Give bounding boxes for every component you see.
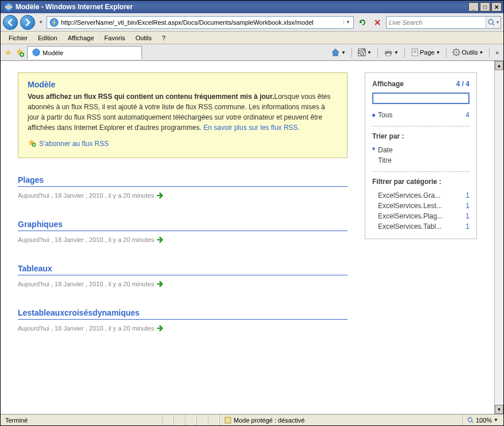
print-button[interactable]: ▼ (381, 47, 401, 57)
status-text: Terminé (1, 415, 162, 425)
menu-fichier[interactable]: Fichier (4, 33, 32, 43)
svg-point-2 (488, 20, 493, 24)
stop-button[interactable] (371, 16, 384, 29)
favorites-icon[interactable]: ★ (3, 47, 13, 57)
app-icon (4, 2, 13, 11)
address-input[interactable] (60, 17, 343, 28)
go-arrow-icon[interactable] (156, 236, 165, 244)
window-controls: _ □ ✕ (468, 2, 502, 11)
viewport: Modèle Vous affichez un flux RSS qui con… (1, 61, 494, 414)
menu-help[interactable]: ? (158, 33, 170, 43)
feed-description: Vous affichez un flux RSS qui contient u… (28, 91, 338, 133)
nav-toolbar: ▼ ▼ ▼ (1, 13, 503, 32)
command-bar: ▼ ▼ ▼ Page ▼ Outils ▼ (329, 47, 501, 58)
search-button[interactable]: ▼ (486, 17, 501, 28)
entry-meta: Aujourd'hui , 18 Janvier , 2010 , il y a… (18, 236, 348, 244)
subscribe-link[interactable]: S'abonner au flux RSS (28, 139, 338, 148)
learn-more-link[interactable]: En savoir plus sur les flux RSS. (204, 124, 300, 132)
nav-history-dropdown[interactable]: ▼ (37, 16, 44, 29)
sb-category-item[interactable]: ExcelServices.Tabl...1 (372, 221, 469, 232)
entry-meta: Aujourd'hui , 18 Janvier , 2010 , il y a… (18, 191, 348, 199)
menu-edition[interactable]: Edition (33, 33, 62, 43)
feed-entry: LestableauxcroisésdynamiquesAujourd'hui … (18, 308, 348, 332)
feeds-button[interactable]: ▼ (356, 47, 374, 57)
tab-favicon (32, 48, 40, 57)
scroll-down-button[interactable]: ▼ (495, 405, 503, 414)
entry-meta: Aujourd'hui , 18 Janvier , 2010 , il y a… (18, 280, 348, 288)
feed-main: Modèle Vous affichez un flux RSS qui con… (18, 72, 348, 402)
zoom-control[interactable]: 100% ▼ (462, 415, 503, 425)
svg-rect-8 (386, 49, 391, 51)
feed-sidebar: Affichage 4 / 4 Tous4 Trier par : Date T… (365, 72, 477, 239)
go-arrow-icon[interactable] (156, 191, 165, 199)
svg-point-6 (358, 54, 360, 56)
tab-title: Modèle (43, 49, 63, 56)
sb-filter-cat-label: Filtrer par catégorie : (372, 178, 441, 186)
page-type-icon (49, 18, 59, 27)
entry-title[interactable]: Graphiques (18, 220, 348, 231)
sb-category-item[interactable]: ExcelServices.Gra...1 (372, 190, 469, 201)
home-button[interactable]: ▼ (329, 47, 348, 58)
close-button[interactable]: ✕ (491, 2, 502, 11)
go-arrow-icon[interactable] (156, 324, 165, 332)
add-favorite-icon[interactable] (14, 47, 25, 57)
titlebar: Modèle - Windows Internet Explorer _ □ ✕ (1, 1, 503, 13)
feed-title: Modèle (28, 80, 338, 89)
refresh-button[interactable] (356, 16, 369, 29)
window-title: Modèle - Windows Internet Explorer (16, 3, 468, 11)
address-bar: ▼ (47, 16, 354, 29)
browser-tab[interactable]: Modèle (27, 46, 142, 59)
scroll-up-button[interactable]: ▲ (495, 61, 503, 70)
svg-rect-14 (225, 417, 231, 423)
entry-title[interactable]: Tableaux (18, 264, 348, 275)
sb-view-count: 4 / 4 (456, 80, 469, 88)
svg-rect-10 (412, 49, 418, 56)
svg-point-4 (33, 48, 40, 55)
address-dropdown[interactable]: ▼ (343, 20, 352, 25)
forward-button[interactable] (20, 15, 35, 30)
maximize-button[interactable]: □ (480, 2, 490, 11)
window: Modèle - Windows Internet Explorer _ □ ✕… (0, 0, 504, 426)
status-mode: Mode protégé : désactivé (219, 415, 462, 425)
back-button[interactable] (3, 15, 18, 30)
feed-entry: GraphiquesAujourd'hui , 18 Janvier , 201… (18, 220, 348, 244)
menu-outils[interactable]: Outils (131, 33, 156, 43)
vertical-scrollbar[interactable]: ▲ ▼ (494, 61, 503, 414)
sb-filter-all[interactable]: Tous4 (372, 110, 469, 120)
svg-point-12 (456, 52, 457, 53)
sb-sort-label: Trier par : (372, 132, 404, 140)
svg-rect-9 (386, 53, 391, 56)
sb-category-item[interactable]: ExcelServices.Lest...1 (372, 201, 469, 211)
menu-affichage[interactable]: Affichage (63, 33, 99, 43)
sb-category-item[interactable]: ExcelServices.Plag...1 (372, 211, 469, 221)
status-bar: Terminé Mode protégé : désactivé 100% ▼ (1, 414, 503, 425)
feed-header-box: Modèle Vous affichez un flux RSS qui con… (18, 72, 348, 158)
go-arrow-icon[interactable] (156, 280, 165, 288)
tools-menu[interactable]: Outils ▼ (450, 47, 486, 57)
feed-entry: PlagesAujourd'hui , 18 Janvier , 2010 , … (18, 175, 348, 199)
search-input[interactable] (387, 19, 486, 26)
menu-favoris[interactable]: Favoris (100, 33, 129, 43)
feed-entry: TableauxAujourd'hui , 18 Janvier , 2010 … (18, 264, 348, 288)
scroll-track[interactable] (495, 70, 503, 405)
subscribe-icon (28, 139, 36, 148)
entry-meta: Aujourd'hui , 18 Janvier , 2010 , il y a… (18, 324, 348, 332)
sb-filter-input[interactable] (372, 93, 469, 104)
entry-title[interactable]: Lestableauxcroisésdynamiques (18, 308, 348, 320)
entry-title[interactable]: Plages (18, 175, 348, 187)
sb-sort-title[interactable]: Titre (372, 155, 469, 166)
search-box: ▼ (386, 16, 501, 29)
sb-sort-date[interactable]: Date (372, 145, 469, 155)
sb-view-label: Affichage (372, 80, 404, 88)
tab-bar: ★ Modèle ▼ ▼ ▼ (1, 44, 503, 60)
minimize-button[interactable]: _ (468, 2, 479, 11)
page-menu[interactable]: Page ▼ (408, 47, 443, 57)
svg-point-15 (468, 417, 472, 421)
menu-bar: Fichier Edition Affichage Favoris Outils… (1, 32, 503, 44)
content-area: Modèle Vous affichez un flux RSS qui con… (1, 60, 503, 414)
chevron-more[interactable]: » (493, 48, 501, 57)
